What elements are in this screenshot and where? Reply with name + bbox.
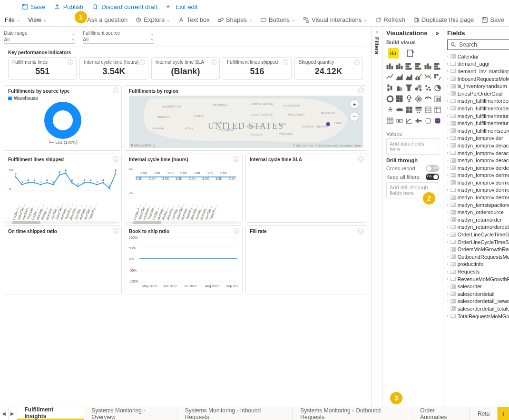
field-item[interactable]: ›salesorder — [447, 283, 509, 290]
page-tab[interactable]: Systems Monitoring - Overview — [84, 407, 177, 420]
date-range-slicer[interactable]: Date range⌄ All⌄ — [4, 30, 75, 44]
discard-button[interactable]: Discard current draft — [92, 3, 157, 10]
fields-search[interactable]: Search — [447, 39, 509, 50]
kpi-shipped-qty[interactable]: iShipped quantity24.12K — [294, 57, 363, 80]
field-item[interactable]: ›salesorderdetail — [447, 290, 509, 298]
viz-type-icon[interactable] — [396, 95, 403, 104]
booktoship-chart[interactable]: i Book to ship ratio -100%-50%0%50%100%M… — [125, 225, 243, 294]
field-item[interactable]: ›msdyn_iomproviderme... — [447, 172, 509, 179]
collapse-icon[interactable]: » — [436, 29, 439, 37]
cycle-sla-chart[interactable]: i Internal cycle time SLA — [245, 154, 367, 223]
exit-edit-button[interactable]: Exit edit — [166, 3, 197, 10]
viz-type-icon[interactable]: 12 — [434, 95, 441, 104]
page-tab[interactable]: Systems Monitoring - Inbound Requests — [177, 407, 293, 420]
kpi-fulfillments-lines[interactable]: iFulfillments lines551 — [8, 57, 77, 80]
build-visual-tab[interactable] — [388, 48, 399, 59]
info-icon[interactable]: i — [139, 59, 145, 65]
viz-type-icon[interactable] — [434, 117, 441, 126]
viz-type-icon[interactable] — [424, 106, 432, 115]
field-item[interactable]: ›msdyn_iomstepactione... — [447, 201, 509, 209]
map-card[interactable]: i Fulfillments by region + − UNITED STAT… — [125, 85, 367, 151]
field-item[interactable]: ›salesorderdetail_newor... — [447, 298, 509, 305]
field-item[interactable]: ›Calendar — [447, 53, 509, 60]
save2-button[interactable]: Save — [481, 16, 504, 23]
file-menu[interactable]: File⌄ — [5, 16, 20, 23]
refresh-button[interactable]: Refresh — [375, 16, 405, 23]
viz-type-icon[interactable] — [424, 84, 432, 93]
info-icon[interactable]: i — [283, 59, 288, 65]
field-item[interactable]: ›msdyn_iomproviderme... — [447, 179, 509, 186]
field-item[interactable]: ›productinfo — [447, 261, 509, 268]
viz-type-icon[interactable] — [396, 73, 403, 82]
textbox-button[interactable]: Text box — [178, 16, 209, 23]
duplicate-button[interactable]: Duplicate this page — [413, 16, 474, 23]
info-icon[interactable]: i — [358, 228, 364, 234]
field-item[interactable]: ›msdyn_iomprovideracti... — [447, 156, 509, 164]
values-dropzone[interactable]: Add data fields here — [386, 138, 439, 155]
viz-type-icon[interactable] — [405, 62, 413, 71]
format-visual-tab[interactable] — [405, 48, 416, 59]
viz-type-icon[interactable] — [396, 84, 403, 93]
viz-type-icon[interactable] — [415, 106, 422, 115]
field-item[interactable]: ›OutboundRequestsMo... — [447, 253, 509, 261]
viz-type-icon[interactable] — [424, 73, 432, 82]
crossreport-toggle[interactable]: Off — [426, 165, 439, 172]
fulfillment-source-slicer[interactable]: Fulfillment source⌄ All⌄ — [83, 30, 154, 44]
field-item[interactable]: ›InboundRequestsMoM... — [447, 75, 509, 83]
viz-type-icon[interactable] — [434, 84, 441, 93]
add-page-button[interactable]: + — [498, 407, 509, 420]
visual-interactions-button[interactable]: Visual interactions⌄ — [303, 16, 367, 23]
expand-icon[interactable]: « — [374, 30, 379, 33]
info-icon[interactable]: i — [354, 59, 360, 65]
page-tab[interactable]: Retu — [470, 407, 498, 420]
field-item[interactable]: ›RevenueMoMGrowthR... — [447, 275, 509, 283]
view-menu[interactable]: View⌄ — [28, 16, 47, 23]
field-item[interactable]: ›LinesPerOrderGoal — [447, 90, 509, 98]
field-item[interactable]: ›msdyn_iomproviderdefi... — [447, 164, 509, 172]
save-button[interactable]: Save — [21, 3, 45, 10]
viz-type-icon[interactable]: KPI — [396, 106, 403, 115]
viz-type-icon[interactable] — [405, 117, 413, 126]
cycle-hours-chart[interactable]: i Internal cycle time (hours) 4K2K3.5K3.… — [125, 154, 243, 223]
page-tab[interactable]: Systems Monitoring - Outbound Requests — [293, 407, 412, 420]
viz-type-icon[interactable] — [386, 95, 394, 104]
field-item[interactable]: ›is_inventoryhandsum — [447, 82, 509, 90]
page-tab[interactable]: Order Anomalies — [412, 407, 470, 420]
viz-type-icon[interactable] — [434, 106, 441, 115]
ontime-chart[interactable]: i On time shipped ratio — [4, 225, 122, 294]
viz-type-icon[interactable] — [415, 117, 422, 126]
info-icon[interactable]: i — [234, 156, 239, 162]
explore-button[interactable]: Explore⌄ — [135, 16, 170, 23]
viz-type-icon[interactable] — [386, 62, 394, 71]
donut-chart-card[interactable]: i Fulfillments by source type Warehouse … — [4, 85, 122, 151]
kpi-cycle-sla[interactable]: iInternal cycle time SLA(Blank) — [151, 57, 220, 80]
field-item[interactable]: ›demand_inv_matching — [447, 68, 509, 75]
field-item[interactable]: ›msdyn_iomprovideracti... — [447, 149, 509, 157]
field-item[interactable]: ›msdyn_iomprovider — [447, 135, 509, 142]
kpi-lines-shipped[interactable]: iFulfillment lines shipped516 — [223, 57, 291, 80]
viz-type-icon[interactable] — [386, 106, 394, 115]
viz-type-icon[interactable] — [424, 95, 432, 104]
tabs-prev[interactable]: ◀ — [0, 407, 9, 420]
info-icon[interactable]: i — [358, 88, 364, 93]
viz-type-icon[interactable] — [424, 117, 432, 126]
viz-type-icon[interactable] — [434, 73, 441, 82]
viz-type-icon[interactable] — [405, 95, 413, 104]
info-icon[interactable]: i — [358, 156, 364, 162]
buttons-button[interactable]: Buttons⌄ — [260, 16, 295, 23]
viz-type-icon[interactable] — [415, 95, 422, 104]
field-item[interactable]: ›msdyn_iomproviderme... — [447, 186, 509, 194]
viz-type-icon[interactable] — [415, 73, 422, 82]
map-zoom-out[interactable]: − — [350, 112, 359, 121]
publish-button[interactable]: Publish — [54, 3, 84, 10]
viz-type-icon[interactable] — [386, 117, 394, 126]
tabs-next[interactable]: ▶ — [9, 407, 17, 420]
field-item[interactable]: ›demand_aggr — [447, 60, 509, 68]
field-item[interactable]: ›msdyn_fulfillmentretur... — [447, 112, 509, 120]
field-item[interactable]: ›msdyn_iomprovideracti... — [447, 142, 509, 149]
field-item[interactable]: ›msdyn_fulfillmentorder — [447, 98, 509, 105]
field-item[interactable]: ›msdyn_fulfillmentsource — [447, 127, 509, 135]
field-item[interactable]: ›OrderLineCycleTimeGoal — [447, 231, 509, 238]
page-tab[interactable]: Fulfillment Insights — [17, 407, 84, 420]
viz-type-icon[interactable] — [405, 73, 413, 82]
